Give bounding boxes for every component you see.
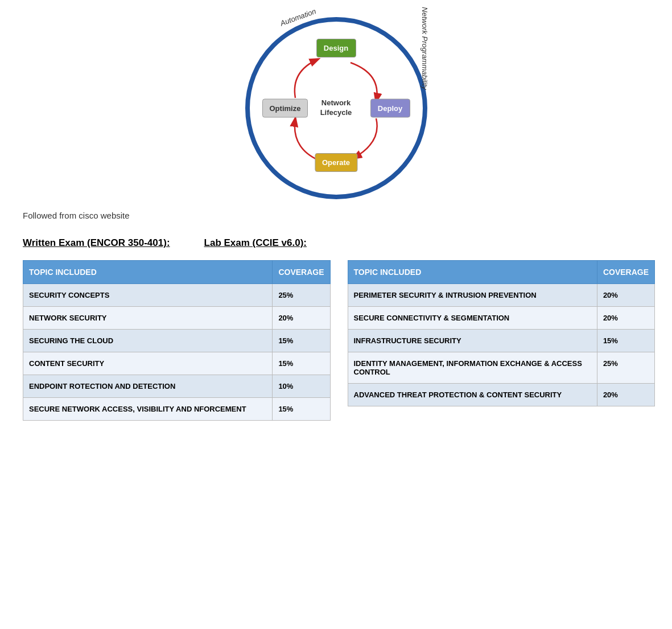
written-exam-table-wrapper: TOPIC INCLUDED COVERAGE SECURITY CONCEPT… bbox=[23, 260, 331, 421]
coverage-cell: 15% bbox=[273, 398, 330, 421]
subtitle: Followed from cisco website bbox=[17, 211, 655, 220]
lab-exam-table-wrapper: TOPIC INCLUDED COVERAGE PERIMETER SECURI… bbox=[348, 260, 655, 406]
coverage-cell: 20% bbox=[597, 384, 654, 406]
deploy-box: Deploy bbox=[370, 99, 410, 118]
written-exam-title: Written Exam (ENCOR 350-401): bbox=[23, 237, 170, 249]
written-coverage-header: COVERAGE bbox=[273, 261, 330, 284]
operate-box: Operate bbox=[315, 153, 357, 172]
topic-cell: NETWORK SECURITY bbox=[23, 307, 273, 330]
lab-coverage-header: COVERAGE bbox=[597, 261, 654, 284]
optimize-box: Optimize bbox=[262, 99, 308, 118]
table-row: SECURE NETWORK ACCESS, VISIBILITY AND NF… bbox=[23, 398, 331, 421]
table-row: SECURE CONNECTIVITY & SEGMENTATION20% bbox=[348, 307, 655, 330]
topic-cell: PERIMETER SECURITY & INTRUSION PREVENTIO… bbox=[348, 284, 597, 307]
table-row: IDENTITY MANAGEMENT, INFORMATION EXCHANG… bbox=[348, 352, 655, 384]
written-topic-header: TOPIC INCLUDED bbox=[23, 261, 273, 284]
topic-cell: ADVANCED THREAT PROTECTION & CONTENT SEC… bbox=[348, 384, 597, 406]
lifecycle-center-text: NetworkLifecycle bbox=[320, 98, 352, 118]
coverage-cell: 25% bbox=[597, 352, 654, 384]
topic-cell: SECURE CONNECTIVITY & SEGMENTATION bbox=[348, 307, 597, 330]
topic-cell: INFRASTRUCTURE SECURITY bbox=[348, 330, 597, 352]
coverage-cell: 15% bbox=[273, 330, 330, 352]
coverage-cell: 20% bbox=[273, 307, 330, 330]
written-exam-table: TOPIC INCLUDED COVERAGE SECURITY CONCEPT… bbox=[23, 260, 331, 421]
table-row: ADVANCED THREAT PROTECTION & CONTENT SEC… bbox=[348, 384, 655, 406]
coverage-cell: 15% bbox=[597, 330, 654, 352]
programmability-label: Network Programmability bbox=[420, 7, 429, 89]
table-row: ENDPOINT ROTECTION AND DETECTION10% bbox=[23, 375, 331, 398]
table-row: PERIMETER SECURITY & INTRUSION PREVENTIO… bbox=[348, 284, 655, 307]
lab-topic-header: TOPIC INCLUDED bbox=[348, 261, 597, 284]
table-row: CONTENT SECURITY15% bbox=[23, 352, 331, 375]
tables-row: TOPIC INCLUDED COVERAGE SECURITY CONCEPT… bbox=[17, 260, 655, 421]
topic-cell: SECURITY CONCEPTS bbox=[23, 284, 273, 307]
topic-cell: SECURE NETWORK ACCESS, VISIBILITY AND NF… bbox=[23, 398, 273, 421]
table-row: SECURITY CONCEPTS25% bbox=[23, 284, 331, 307]
lifecycle-diagram: Automation Network Programmability Netwo… bbox=[17, 11, 655, 199]
topic-cell: SECURING THE CLOUD bbox=[23, 330, 273, 352]
table-row: NETWORK SECURITY20% bbox=[23, 307, 331, 330]
topic-cell: CONTENT SECURITY bbox=[23, 352, 273, 375]
lab-exam-table: TOPIC INCLUDED COVERAGE PERIMETER SECURI… bbox=[348, 260, 655, 406]
table-row: INFRASTRUCTURE SECURITY15% bbox=[348, 330, 655, 352]
coverage-cell: 25% bbox=[273, 284, 330, 307]
topic-cell: IDENTITY MANAGEMENT, INFORMATION EXCHANG… bbox=[348, 352, 597, 384]
exam-titles-row: Written Exam (ENCOR 350-401): Lab Exam (… bbox=[17, 237, 655, 249]
table-row: SECURING THE CLOUD15% bbox=[23, 330, 331, 352]
lab-exam-title: Lab Exam (CCIE v6.0): bbox=[204, 237, 307, 249]
coverage-cell: 15% bbox=[273, 352, 330, 375]
coverage-cell: 10% bbox=[273, 375, 330, 398]
topic-cell: ENDPOINT ROTECTION AND DETECTION bbox=[23, 375, 273, 398]
coverage-cell: 20% bbox=[597, 307, 654, 330]
design-box: Design bbox=[316, 39, 356, 57]
coverage-cell: 20% bbox=[597, 284, 654, 307]
